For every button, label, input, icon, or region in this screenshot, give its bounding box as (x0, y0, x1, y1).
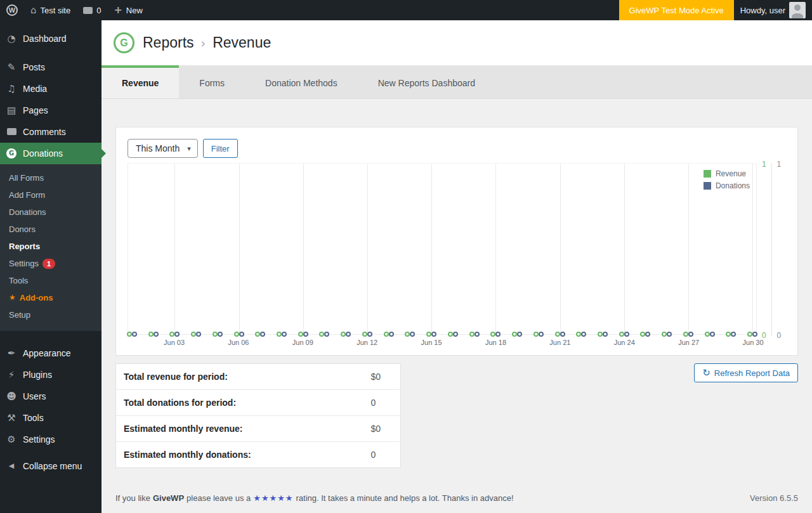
submenu-item-add-form[interactable]: Add Form (0, 186, 102, 204)
avatar (789, 2, 806, 18)
submenu-item-tools[interactable]: Tools (0, 272, 102, 289)
sidebar-item-appearance[interactable]: ✒ Appearance (0, 342, 102, 364)
test-mode-badge[interactable]: GiveWP Test Mode Active (619, 0, 734, 20)
chart-x-tick-label: Jun 27 (678, 339, 699, 346)
summary-value: 0 (363, 390, 401, 416)
howdy-label: Howdy, user (740, 6, 785, 15)
rating-request: If you like GiveWP please leave us a ★★★… (115, 493, 514, 503)
summary-table: Total revenue for period: $0 Total donat… (115, 363, 401, 468)
sidebar-item-label: Comments (23, 126, 66, 138)
new-content-link[interactable]: + New (107, 0, 148, 20)
submenu-item-donations[interactable]: Donations (0, 204, 102, 221)
sidebar-item-plugins[interactable]: ⚡ Plugins (0, 364, 102, 386)
sidebar-item-users[interactable]: ☻ Users (0, 386, 102, 407)
chart-x-tick-label: Jun 15 (421, 339, 442, 346)
chart-x-tick-label: Jun 12 (357, 339, 377, 346)
submenu-item-reports[interactable]: Reports (0, 238, 102, 255)
legend-swatch (704, 170, 711, 178)
period-select[interactable]: This Month ▾ (128, 139, 198, 158)
filter-row: This Month ▾ Filter (128, 139, 786, 158)
star-icon: ★ (9, 292, 16, 303)
brand-name: GiveWP (153, 493, 184, 503)
submenu-item-settings[interactable]: Settings 1 (0, 255, 102, 272)
pencil-icon: ✎ (5, 62, 18, 73)
refresh-icon: ↻ (702, 368, 710, 378)
site-name-label: Test site (41, 6, 71, 15)
sidebar-item-settings[interactable]: ⚙ Settings (0, 429, 102, 450)
collapse-menu-button[interactable]: ◀ Collapse menu (0, 455, 102, 477)
submenu-item-donors[interactable]: Donors (0, 221, 102, 238)
table-row: Total donations for period: 0 (116, 390, 401, 416)
pages-icon: ▤ (5, 105, 18, 116)
submenu-item-addons[interactable]: ★ Add-ons (0, 289, 102, 306)
admin-bar: W ⌂ Test site 0 + New GiveWP Test Mode A… (0, 0, 812, 20)
sidebar-item-label: Collapse menu (23, 460, 82, 472)
sidebar-item-pages[interactable]: ▤ Pages (0, 100, 102, 121)
comments-link[interactable]: 0 (77, 0, 107, 20)
users-icon: ☻ (5, 391, 18, 402)
wordpress-menu[interactable]: W (0, 0, 24, 20)
comments-icon (5, 126, 18, 138)
sidebar-item-comments[interactable]: Comments (0, 121, 102, 143)
main-content: G Reports › Revenue Revenue Forms Donati… (102, 0, 812, 510)
chart-plot: RevenueDonations (128, 163, 757, 335)
appearance-icon: ✒ (5, 347, 18, 359)
chart-gridline (239, 164, 240, 334)
chart-x-tick-label: Jun 18 (485, 339, 506, 346)
revenue-chart: RevenueDonations Jun 03Jun 06Jun 09Jun 1… (128, 163, 786, 349)
media-icon: ♫ (5, 83, 18, 94)
sidebar-item-label: Pages (23, 105, 48, 116)
chart-gridline (174, 164, 175, 334)
chart-gridline (688, 164, 689, 334)
summary-label: Estimated monthly donations: (116, 442, 363, 468)
tab-forms[interactable]: Forms (179, 65, 245, 98)
account-menu[interactable]: Howdy, user (734, 0, 812, 20)
admin-sidebar: ◔ Dashboard ✎ Posts ♫ Media ▤ Pages Comm… (0, 20, 102, 513)
legend-item-donations[interactable]: Donations (704, 181, 750, 190)
chart-x-tick-label: Jun 24 (614, 339, 635, 346)
filter-button[interactable]: Filter (203, 139, 238, 158)
sidebar-item-dashboard[interactable]: ◔ Dashboard (0, 28, 102, 49)
sidebar-item-donations[interactable]: G Donations (0, 143, 102, 164)
legend-label: Revenue (716, 169, 746, 178)
period-select-value: This Month (136, 143, 180, 153)
sidebar-item-label: Tools (23, 412, 44, 424)
chart-x-tick-label: Jun 30 (743, 339, 764, 346)
settings-icon: ⚙ (5, 434, 18, 445)
table-row: Estimated monthly donations: 0 (116, 442, 401, 468)
sidebar-item-posts[interactable]: ✎ Posts (0, 56, 102, 78)
submenu-item-setup[interactable]: Setup (0, 306, 102, 323)
submenu-item-label: Settings (9, 258, 39, 269)
collapse-arrow-icon: ◀ (5, 460, 18, 472)
submenu-item-all-forms[interactable]: All Forms (0, 169, 102, 186)
site-name-link[interactable]: ⌂ Test site (24, 0, 77, 20)
summary-row: Total revenue for period: $0 Total donat… (115, 363, 798, 468)
donations-submenu: All Forms Add Form Donations Donors Repo… (0, 164, 102, 331)
chart-x-labels: Jun 03Jun 06Jun 09Jun 12Jun 15Jun 18Jun … (128, 335, 757, 349)
refresh-report-button[interactable]: ↻ Refresh Report Data (694, 363, 798, 382)
tab-revenue[interactable]: Revenue (102, 65, 179, 98)
sidebar-item-tools[interactable]: ⚒ Tools (0, 407, 102, 429)
breadcrumb-root[interactable]: Reports (143, 34, 194, 51)
five-stars-link[interactable]: ★★★★★ (253, 493, 293, 503)
comments-count: 0 (96, 6, 101, 15)
plus-icon: + (114, 5, 122, 15)
chart-gridline (560, 164, 561, 334)
sidebar-item-media[interactable]: ♫ Media (0, 78, 102, 100)
chart-plot-column: RevenueDonations Jun 03Jun 06Jun 09Jun 1… (128, 163, 757, 349)
new-label: New (126, 6, 143, 15)
wordpress-icon: W (6, 4, 18, 16)
tab-new-reports-dashboard[interactable]: New Reports Dashboard (358, 65, 495, 98)
chevron-down-icon: ▾ (187, 145, 191, 153)
table-row: Total revenue for period: $0 (116, 364, 401, 390)
chart-gridline (431, 164, 432, 334)
summary-label: Estimated monthly revenue: (116, 416, 363, 442)
page-footer: If you like GiveWP please leave us a ★★★… (115, 493, 798, 510)
legend-item-revenue[interactable]: Revenue (704, 169, 746, 178)
tab-donation-methods[interactable]: Donation Methods (245, 65, 358, 98)
breadcrumb: Reports › Revenue (143, 34, 271, 51)
chart-gridline (752, 164, 753, 334)
revenue-axis: 10 (757, 163, 771, 336)
sidebar-item-label: Plugins (23, 369, 52, 380)
summary-value: $0 (363, 364, 401, 390)
